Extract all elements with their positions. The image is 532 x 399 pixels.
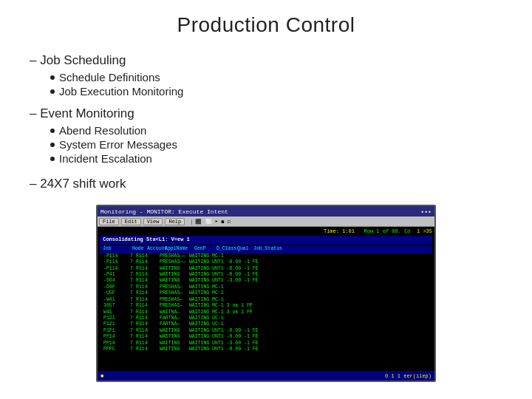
term-row-10: W417R114WAITNA— WAITING MC-1 3 oa 1 FP: [100, 310, 432, 316]
bullet-system-error-messages: System Error Messages: [50, 138, 502, 151]
bullet-dot-2: [50, 89, 55, 94]
terminal-col-headers: Job Node Account ApplName GenP D_Class Q…: [100, 245, 432, 253]
shift-label: 24X7 shift work: [40, 177, 126, 191]
toolbar-help[interactable]: Help: [165, 218, 185, 225]
term-row-8: -W417R114PRESHAS— WAITING MC-1: [100, 297, 432, 303]
toolbar-separator: |: [190, 219, 193, 225]
term-row-3: -P1147R114WAITING WAITING UNT1 -0.00 -1 …: [100, 266, 432, 272]
dash-2: –: [30, 106, 40, 120]
bottom-status-icon: ■: [100, 373, 103, 379]
term-row-11: P1217R114FARTNA— WAITING UC-1: [100, 316, 432, 321]
event-monitoring-bullets: Abend Resolution System Error Messages I…: [30, 124, 502, 165]
terminal-controls: ▪▪▪: [421, 208, 432, 215]
term-row-2: -P1147R114PRESHAS—— WAITING UNT1 -0.00 -…: [100, 259, 432, 265]
bullet-abend-resolution: Abend Resolution: [50, 124, 502, 137]
term-row-7: -U5F7R114PRESHAS— WAITING MC-1: [100, 290, 432, 296]
dash-3: –: [30, 177, 40, 191]
bullet-job-execution-monitoring: Job Execution Monitoring: [50, 85, 502, 98]
job-scheduling-bullets: Schedule Definitions Job Execution Monit…: [30, 71, 502, 98]
bullet-dot-4: [50, 143, 55, 147]
term-row-13: P1P17R114WAITING WAITING UNT1 -0.00 -1 F…: [100, 328, 432, 334]
toolbar-view[interactable]: View: [143, 218, 163, 225]
terminal-time: Time: 1:01 Row 1 of 08. Co 1 >35: [100, 228, 432, 235]
terminal-wrapper: Monitoring - MONITOR: Execute Intent ▪▪▪…: [30, 205, 502, 382]
incident-escalation-text: Incident Escalation: [59, 152, 152, 165]
bullet-dot-1: [50, 75, 55, 80]
abend-resolution-text: Abend Resolution: [59, 124, 146, 137]
col-dclass: D_Class: [216, 246, 236, 253]
terminal-titlebar: Monitoring - MONITOR: Execute Intent ▪▪▪: [98, 206, 434, 216]
terminal-container: Monitoring - MONITOR: Execute Intent ▪▪▪…: [96, 205, 436, 382]
job-scheduling-header: – Job Scheduling: [30, 53, 502, 68]
terminal-bottom-bar: ■ 0 1 1 eer(ilep): [98, 371, 434, 381]
term-row-14: PP147R114WAITING WAITING UNT1 -0.00 -1 F…: [100, 334, 432, 340]
toolbar-icons: ⬛ ⬜ ➤ ◼ ◻: [195, 219, 230, 225]
bullet-schedule-definitions: Schedule Definitions: [50, 71, 502, 83]
term-row-4: -P417R114WAITING WAITING UNT1 -0.00 -1 F…: [100, 272, 432, 278]
toolbar-file[interactable]: File: [99, 218, 119, 225]
system-error-messages-text: System Error Messages: [59, 138, 177, 151]
terminal-header-row: Consolidating Sta<L1: V=ew 1: [100, 236, 432, 244]
col-genp: GenP: [194, 246, 215, 253]
time-text: Time: 1:01: [324, 228, 355, 234]
col-applname: ApplName: [165, 246, 193, 253]
section-job-scheduling: – Job Scheduling Schedule Definitions Jo…: [30, 53, 502, 100]
term-row-15: PP147R114WAITING WAITING UNT1 -3.00 -1 F…: [100, 341, 432, 347]
col-qual: Qual: [237, 246, 252, 253]
bullet-dot-3: [50, 129, 55, 133]
term-row-9: 36577R114PRESHAS— WAITING MC-1 3 oa 1 FP: [100, 303, 432, 309]
term-row-12: P1217R114FARTNA— WAITING UC-1: [100, 321, 432, 327]
shift-section: – 24X7 shift work: [30, 177, 126, 191]
bullet-dot-5: [50, 157, 55, 161]
bullet-incident-escalation: Incident Escalation: [50, 152, 502, 165]
page-container: Production Control – Job Scheduling Sche…: [0, 0, 532, 399]
event-monitoring-header: – Event Monitoring: [30, 106, 502, 121]
row-count: Row 1 of 08. Co: [364, 228, 411, 234]
col-job: Job: [100, 246, 131, 253]
event-monitoring-label: Event Monitoring: [40, 106, 134, 120]
job-execution-monitoring-text: Job Execution Monitoring: [59, 85, 183, 98]
col-node: Node: [132, 246, 146, 253]
terminal-body: Time: 1:01 Row 1 of 08. Co 1 >35 Consoli…: [98, 227, 434, 381]
section-event-monitoring: – Event Monitoring Abend Resolution Syst…: [30, 106, 502, 168]
col-jobstatus: Job_Status: [253, 246, 282, 253]
term-row-1: -P1147R114PRESHAS—— WAITING MC-1: [100, 253, 432, 259]
terminal-title-text: Monitoring - MONITOR: Execute Intent: [100, 208, 228, 215]
term-row-6: -D4F7R114PRESHAS— WAITING MC-1: [100, 284, 432, 290]
consolidate-label: Consolidating Sta<L1: V=ew 1: [100, 236, 311, 242]
terminal-toolbar: File Edit View Help | ⬛ ⬜ ➤ ◼ ◻: [98, 216, 434, 227]
dash-1: –: [30, 53, 40, 67]
col-account: Account: [147, 246, 163, 253]
term-row-16: PPPC7R114WAITING WAITING UNT1 -0.00 -1 F…: [100, 347, 432, 352]
page-title: Production Control: [30, 13, 502, 37]
term-row-5: -S647R114WAITING WAITING UNT1 -3.00 -1 F…: [100, 278, 432, 284]
row-count-extra: 1 >35: [417, 228, 432, 234]
toolbar-edit[interactable]: Edit: [121, 218, 141, 225]
schedule-definitions-text: Schedule Definitions: [59, 71, 160, 83]
job-scheduling-label: Job Scheduling: [40, 53, 126, 67]
bottom-right-info: 0 1 1 eer(ilep): [385, 373, 432, 379]
